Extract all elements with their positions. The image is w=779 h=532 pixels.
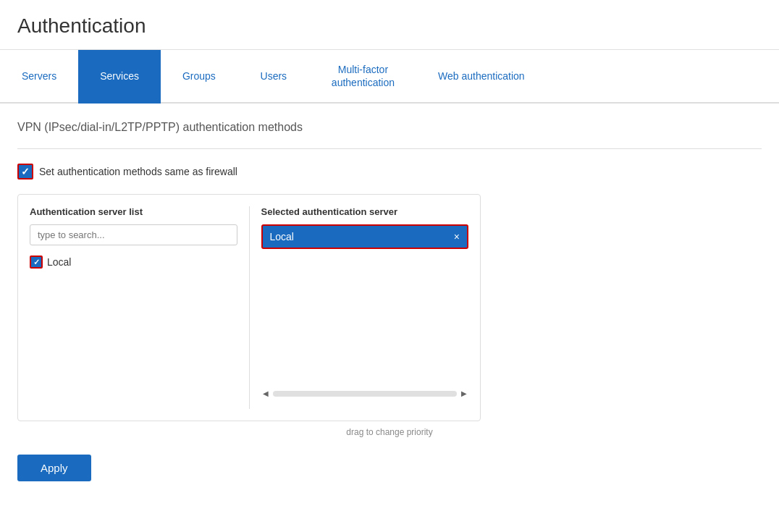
same-as-firewall-label: Set authentication methods same as firew… <box>39 166 237 177</box>
server-list-col: Authentication server list ✓ Local <box>30 206 250 409</box>
server-selected-col: Selected authentication server Local × ◀… <box>250 206 469 409</box>
section-divider <box>17 148 762 149</box>
server-item-local[interactable]: ✓ Local <box>30 253 237 271</box>
section-title: VPN (IPsec/dial-in/L2TP/PPTP) authentica… <box>17 121 762 134</box>
scroll-left-icon[interactable]: ◀ <box>261 389 270 397</box>
checkmark-icon: ✓ <box>21 166 30 177</box>
apply-button[interactable]: Apply <box>17 455 91 481</box>
scroll-right-icon[interactable]: ▶ <box>460 389 468 397</box>
server-search-input[interactable] <box>30 224 237 245</box>
tab-services[interactable]: Services <box>78 50 161 104</box>
tab-groups[interactable]: Groups <box>161 50 237 104</box>
page-header: Authentication <box>0 0 779 50</box>
same-as-firewall-row: ✓ Set authentication methods same as fir… <box>17 164 762 180</box>
tabs-container: Servers Services Groups Users Multi-fact… <box>0 50 779 104</box>
server-list-title: Authentication server list <box>30 206 237 217</box>
selected-server-local-text: Local <box>270 231 294 242</box>
tab-users[interactable]: Users <box>237 50 310 104</box>
selected-server-title: Selected authentication server <box>261 206 469 217</box>
server-panel: Authentication server list ✓ Local Selec… <box>17 194 481 421</box>
same-as-firewall-checkbox[interactable]: ✓ <box>17 164 33 180</box>
drag-hint: drag to change priority <box>17 427 762 437</box>
remove-local-icon[interactable]: × <box>454 231 460 242</box>
tab-mfa[interactable]: Multi-factorauthentication <box>310 50 416 104</box>
page-title: Authentication <box>17 14 762 38</box>
content-area: VPN (IPsec/dial-in/L2TP/PPTP) authentica… <box>0 104 779 499</box>
tab-web-auth[interactable]: Web authentication <box>416 50 547 104</box>
server-local-label: Local <box>47 256 71 268</box>
server-local-checkbox[interactable]: ✓ <box>30 256 43 269</box>
scrollbar-area: ◀ ▶ <box>261 389 469 397</box>
server-local-checkmark-icon: ✓ <box>33 258 40 267</box>
selected-server-local-tag[interactable]: Local × <box>261 224 469 249</box>
tab-servers[interactable]: Servers <box>0 50 78 104</box>
scroll-track[interactable] <box>273 391 458 397</box>
